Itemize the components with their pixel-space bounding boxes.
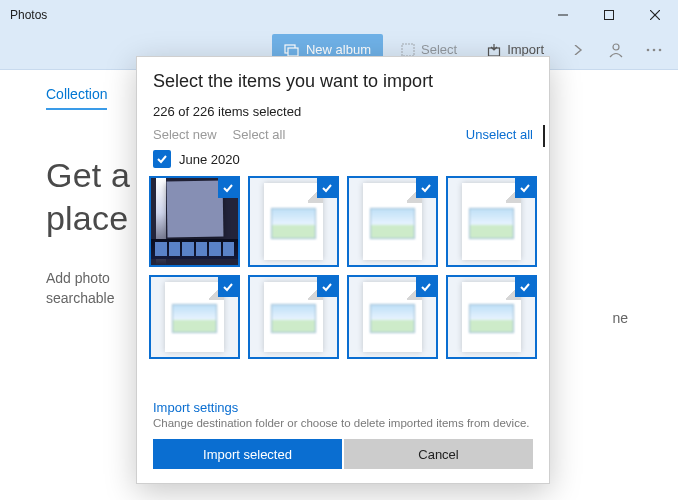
close-icon <box>650 10 660 20</box>
dialog-title: Select the items you want to import <box>153 71 533 92</box>
check-icon <box>420 182 432 194</box>
month-label: June 2020 <box>179 152 240 167</box>
unselect-all-link[interactable]: Unselect all <box>466 127 533 142</box>
new-album-label: New album <box>306 42 371 57</box>
check-icon <box>420 281 432 293</box>
thumbnail-item[interactable] <box>347 176 438 267</box>
thumbnail-item[interactable] <box>248 176 339 267</box>
thumbnail-checkmark[interactable] <box>317 277 337 297</box>
hero-line2: place <box>46 199 128 237</box>
month-group-header[interactable]: June 2020 <box>153 150 533 168</box>
month-checkbox[interactable] <box>153 150 171 168</box>
thumbnail-item[interactable] <box>149 275 240 359</box>
thumbnail-item[interactable] <box>248 275 339 359</box>
thumbnail-checkmark[interactable] <box>515 277 535 297</box>
select-new-link[interactable]: Select new <box>153 127 217 142</box>
check-icon <box>519 182 531 194</box>
import-selected-button[interactable]: Import selected <box>153 439 342 469</box>
thumbnail-checkmark[interactable] <box>416 277 436 297</box>
cancel-button[interactable]: Cancel <box>344 439 533 469</box>
thumbnail-item[interactable] <box>149 176 240 267</box>
thumbnail-checkmark[interactable] <box>317 178 337 198</box>
hero-line1: Get a <box>46 156 130 194</box>
check-icon <box>519 281 531 293</box>
app-title: Photos <box>10 8 540 22</box>
account-button[interactable] <box>600 34 632 66</box>
thumbnail-checkmark[interactable] <box>416 178 436 198</box>
svg-rect-5 <box>288 48 298 56</box>
thumbnail-grid <box>137 176 549 267</box>
minimize-button[interactable] <box>540 0 586 30</box>
svg-rect-1 <box>605 11 614 20</box>
svg-point-10 <box>653 48 656 51</box>
import-icon <box>487 43 501 57</box>
more-icon <box>646 48 662 52</box>
select-icon <box>401 43 415 57</box>
import-settings-link[interactable]: Import settings <box>153 400 533 415</box>
import-label: Import <box>507 42 544 57</box>
minimize-icon <box>558 10 568 20</box>
selection-count: 226 of 226 items selected <box>153 104 533 119</box>
sub-line2: searchable <box>46 290 115 306</box>
select-label: Select <box>421 42 457 57</box>
thumbnail-checkmark[interactable] <box>218 178 238 198</box>
check-icon <box>222 182 234 194</box>
trailing-text: ne <box>612 310 628 326</box>
check-icon <box>222 281 234 293</box>
svg-point-8 <box>613 44 619 50</box>
thumbnail-grid-row2 <box>137 275 549 359</box>
thumbnail-checkmark[interactable] <box>218 277 238 297</box>
import-dialog: Select the items you want to import 226 … <box>136 56 550 484</box>
thumbnail-item[interactable] <box>446 176 537 267</box>
svg-rect-6 <box>402 44 414 56</box>
thumbnail-item[interactable] <box>446 275 537 359</box>
tab-collection[interactable]: Collection <box>46 86 107 110</box>
maximize-icon <box>604 10 614 20</box>
chevron-right-icon <box>573 45 583 55</box>
person-icon <box>608 42 624 58</box>
check-icon <box>156 153 168 165</box>
svg-point-11 <box>659 48 662 51</box>
import-settings-description: Change destination folder or choose to d… <box>153 417 533 429</box>
check-icon <box>321 281 333 293</box>
nav-forward-button[interactable] <box>562 34 594 66</box>
scrollbar-track[interactable] <box>543 125 545 147</box>
maximize-button[interactable] <box>586 0 632 30</box>
more-button[interactable] <box>638 34 670 66</box>
thumbnail-item[interactable] <box>347 275 438 359</box>
thumbnail-checkmark[interactable] <box>515 178 535 198</box>
svg-point-9 <box>647 48 650 51</box>
check-icon <box>321 182 333 194</box>
select-all-link[interactable]: Select all <box>233 127 286 142</box>
sub-line1: Add photo <box>46 270 110 286</box>
close-button[interactable] <box>632 0 678 30</box>
title-bar: Photos <box>0 0 678 30</box>
